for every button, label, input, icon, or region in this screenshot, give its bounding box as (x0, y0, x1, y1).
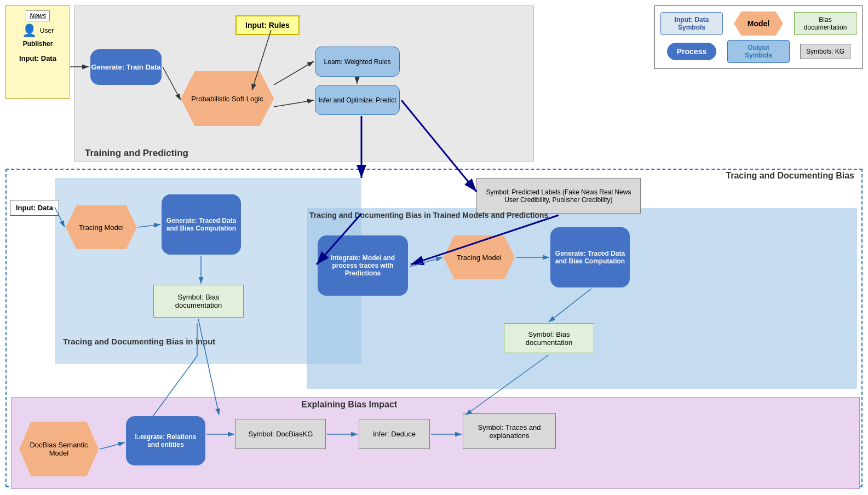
docbias-label: DocBias Semantic Model (19, 441, 99, 457)
integrate-relations-label: Integrate: Relations and entities (130, 433, 201, 448)
symbol-predicted-labels: Symbol: Predicted Labels (Fake News Real… (476, 178, 641, 214)
infer-box: Infer and Optimize: Predict (315, 85, 400, 115)
input-data-topleft: News 👤 User Publisher Input: Data (5, 5, 70, 99)
legend-process: Process (660, 40, 723, 63)
symbol-predicted-label: Symbol: Predicted Labels (Fake News Real… (480, 188, 637, 204)
input-rules-box: Input: Rules (235, 15, 300, 35)
tracing-model-2-label: Tracing Model (457, 254, 502, 262)
generate-traced-1: Generate: Traced Data and Bias Computati… (162, 194, 241, 255)
publisher-label: Publisher (23, 40, 53, 48)
symbol-bias-doc-1-label: Symbol: Bias documentation (157, 293, 240, 309)
user-label: User (40, 27, 54, 34)
generate-traced-2: Generate: Traced Data and Bias Computati… (550, 227, 630, 287)
generate-traced-2-label: Generate: Traced Data and Bias Computati… (555, 250, 625, 265)
psl-box: Probabilistic Soft Logic (181, 71, 274, 126)
input-rules-label: Input: Rules (245, 21, 290, 30)
tracing-model-1-label: Tracing Model (79, 223, 124, 232)
symbol-traces-box: Symbol: Traces and explanations (463, 413, 556, 449)
tracing-trained-label: Tracing and Documenting Bias in Trained … (309, 211, 548, 220)
legend-bias-doc: Bias documentation (794, 11, 856, 36)
user-icon: 👤 (22, 24, 37, 38)
tracing-input-label: Tracing and Documenting Bias in input (63, 337, 215, 346)
tracing-model-2: Tracing Model (444, 235, 515, 279)
infer-deduce-box: Infer: Deduce (359, 419, 430, 449)
legend-symbols-kg-label: Symbols: KG (806, 48, 844, 55)
input-data-mid-label: Input: Data (16, 204, 53, 212)
generate-train-box: Generate: Train Data (90, 49, 162, 85)
learn-label: Learn: Weighted Rules (324, 58, 391, 66)
legend-symbols-kg: Symbols: KG (794, 40, 856, 63)
integrate-model-label: Integrate: Model and process traces with… (322, 254, 404, 277)
legend-input-data: Input: Data Symbols (660, 11, 723, 36)
psl-label: Probabilistic Soft Logic (191, 95, 263, 103)
input-data-label-topleft: Input: Data (19, 54, 56, 62)
legend-model: Model (727, 11, 790, 36)
legend-output-label: Output Symbols (745, 44, 772, 59)
legend-input-label: Input: Data Symbols (675, 16, 709, 31)
symbol-bias-doc-2-label: Symbol: Bias documentation (508, 330, 590, 347)
integrate-relations-box: Integrate: Relations and entities (126, 416, 205, 465)
symbol-bias-doc-2: Symbol: Bias documentation (504, 323, 594, 353)
training-label: Training and Predicting (85, 148, 188, 159)
legend-box: Input: Data Symbols Model Bias documenta… (654, 5, 863, 69)
legend-model-label: Model (748, 19, 769, 28)
symbol-traces-label: Symbol: Traces and explanations (467, 423, 552, 440)
input-data-mid: Input: Data (10, 200, 59, 216)
infer-label: Infer and Optimize: Predict (318, 96, 396, 104)
generate-train-label: Generate: Train Data (91, 63, 160, 71)
news-label: News (30, 12, 46, 20)
news-box: News (26, 10, 50, 21)
tracing-model-1: Tracing Model (66, 205, 137, 249)
legend-process-label: Process (677, 47, 706, 56)
legend-bias-doc-label: Bias documentation (804, 16, 847, 31)
docbias-box: DocBias Semantic Model (19, 422, 99, 476)
infer-deduce-label: Infer: Deduce (373, 430, 416, 438)
tracing-doc-bias-label: Tracing and Documenting Bias (726, 171, 854, 181)
generate-traced-1-label: Generate: Traced Data and Bias Computati… (166, 217, 237, 232)
symbol-docbiaskg: Symbol: DocBiasKG (235, 419, 326, 449)
explaining-label: Explaining Bias Impact (301, 400, 397, 410)
integrate-model-box: Integrate: Model and process traces with… (318, 235, 408, 296)
symbol-bias-doc-1: Symbol: Bias documentation (153, 285, 244, 318)
symbol-docbiaskg-label: Symbol: DocBiasKG (249, 430, 313, 438)
legend-output-symbols: Output Symbols (727, 40, 790, 63)
learn-box: Learn: Weighted Rules (315, 47, 400, 77)
